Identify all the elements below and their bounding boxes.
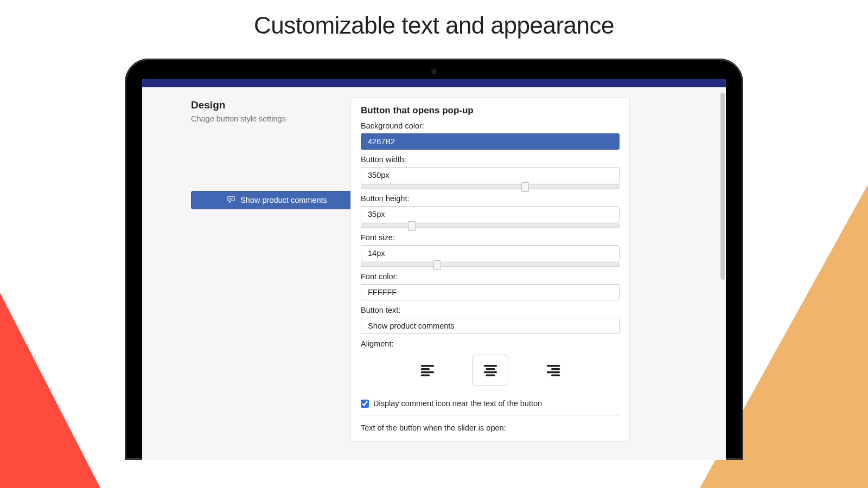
- font-color-label: Font color:: [361, 272, 620, 281]
- display-icon-row[interactable]: Display comment icon near the text of th…: [361, 397, 620, 416]
- button-width-input[interactable]: [361, 167, 620, 183]
- align-center-button[interactable]: [473, 355, 508, 386]
- bg-color-input[interactable]: 4267B2: [361, 133, 620, 150]
- panel-title: Button that opens pop-up: [361, 105, 620, 116]
- page-headline: Customizable text and appearance: [0, 12, 868, 39]
- button-height-input[interactable]: [361, 206, 620, 222]
- right-column: Button that opens pop-up Background colo…: [350, 87, 724, 460]
- font-size-slider-thumb[interactable]: [433, 260, 441, 270]
- font-size-slider[interactable]: [361, 262, 620, 267]
- laptop-camera: [432, 69, 436, 74]
- align-left-button[interactable]: [410, 355, 445, 386]
- button-preview-area: Show product comments: [191, 191, 340, 209]
- button-text-label: Button text:: [361, 306, 620, 314]
- button-height-slider[interactable]: [361, 223, 620, 228]
- bg-color-value: 4267B2: [368, 137, 395, 146]
- alignment-options: [361, 351, 620, 391]
- button-width-slider-thumb[interactable]: [521, 182, 529, 192]
- section-title: Design: [191, 99, 340, 111]
- align-right-button[interactable]: [535, 355, 571, 386]
- button-text-input[interactable]: [361, 318, 620, 334]
- preview-button-label: Show product comments: [240, 196, 327, 204]
- vertical-scrollbar[interactable]: [720, 93, 725, 280]
- laptop-frame: Design Chage button style settings Show …: [125, 59, 743, 460]
- font-color-input[interactable]: [361, 284, 620, 300]
- button-width-slider[interactable]: [361, 184, 620, 189]
- alignment-label: Aligment:: [361, 339, 620, 348]
- display-icon-label: Display comment icon near the text of th…: [373, 399, 542, 408]
- button-height-label: Button height:: [361, 194, 620, 203]
- font-size-input[interactable]: [361, 245, 620, 261]
- app-content: Design Chage button style settings Show …: [142, 87, 726, 460]
- comment-icon: [226, 195, 236, 206]
- preview-show-comments-button[interactable]: Show product comments: [191, 191, 362, 209]
- bg-color-label: Background color:: [361, 121, 620, 130]
- left-column: Design Chage button style settings Show …: [144, 87, 350, 460]
- open-text-label: Text of the button when the slider is op…: [361, 423, 620, 432]
- section-subtitle: Chage button style settings: [191, 114, 340, 123]
- decorative-triangle-left: [0, 293, 100, 488]
- settings-panel: Button that opens pop-up Background colo…: [350, 97, 630, 441]
- app-screen: Design Chage button style settings Show …: [142, 79, 726, 460]
- app-topbar: [142, 79, 726, 87]
- button-height-slider-thumb[interactable]: [408, 221, 416, 231]
- display-icon-checkbox[interactable]: [361, 400, 369, 408]
- button-width-label: Button width:: [361, 155, 620, 164]
- font-size-label: Font size:: [361, 233, 620, 242]
